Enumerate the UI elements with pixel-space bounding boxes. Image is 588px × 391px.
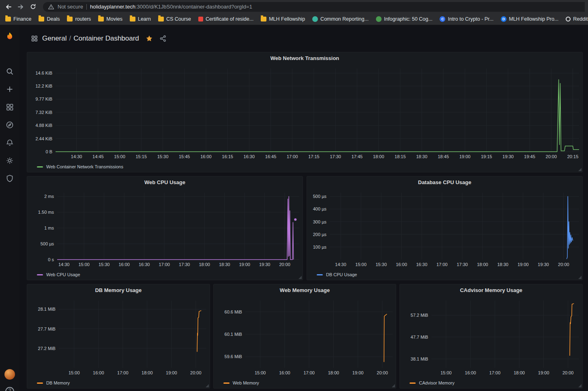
legend-label[interactable]: Web Memory: [233, 380, 259, 385]
url-text: holidayplanner.tech:3000/d/K1JbS0nnk/con…: [90, 4, 252, 10]
legend-label[interactable]: Web CPU Usage: [46, 272, 80, 277]
alerting-icon[interactable]: [0, 134, 19, 152]
panel-resize-handle[interactable]: [206, 384, 209, 387]
back-icon[interactable]: [3, 2, 14, 12]
explore-icon[interactable]: [0, 116, 19, 134]
svg-text:20:00: 20:00: [558, 262, 569, 267]
legend-label[interactable]: Web Container Network Transmissions: [46, 164, 123, 169]
bookmark-item[interactable]: routers: [63, 13, 94, 25]
breadcrumb[interactable]: General/Container Dashboard: [42, 34, 139, 43]
svg-text:19:45: 19:45: [524, 154, 535, 159]
breadcrumb-separator: /: [69, 34, 71, 42]
legend: CAdvisor Memory: [400, 378, 582, 388]
server-admin-shield-icon[interactable]: [0, 170, 19, 187]
panel-title[interactable]: Database CPU Usage: [307, 176, 582, 189]
svg-text:18:00: 18:00: [373, 154, 384, 159]
svg-text:15:00: 15:00: [255, 370, 266, 375]
bookmark-label: Learn: [138, 16, 151, 22]
svg-text:17:15: 17:15: [308, 154, 320, 159]
search-icon[interactable]: [0, 62, 19, 80]
svg-text:0 s: 0 s: [48, 257, 54, 262]
panel-database-cpu-usage: Database CPU Usage 14:3015:0015:3016:001…: [307, 176, 583, 280]
share-icon[interactable]: [159, 35, 167, 42]
legend: DB Memory: [27, 378, 210, 388]
panel-resize-handle[interactable]: [298, 276, 302, 279]
svg-text:500 µs: 500 µs: [313, 194, 327, 199]
user-avatar[interactable]: [4, 369, 15, 380]
dashboard-navbar: General/Container Dashboard: [19, 25, 588, 52]
svg-text:17:30: 17:30: [179, 262, 190, 267]
dashboards-icon[interactable]: [0, 98, 19, 116]
svg-text:57.2 MiB: 57.2 MiB: [411, 313, 428, 318]
bookmark-item[interactable]: Reddit Interv...: [562, 13, 588, 25]
panel-resize-handle[interactable]: [578, 384, 582, 387]
chart-canvas[interactable]: 15:0016:0017:0018:0019:0020:0059.6 MiB60…: [214, 296, 396, 378]
breadcrumb-title[interactable]: Container Dashboard: [73, 34, 139, 42]
legend-label[interactable]: DB CPU Usage: [326, 272, 357, 277]
panel-title[interactable]: Web Network Transmission: [27, 52, 582, 64]
bookmark-item[interactable]: DMLH Fellowship Pro...: [497, 13, 562, 25]
favicon-icon: [566, 17, 571, 21]
reload-icon[interactable]: [28, 2, 38, 12]
forward-icon[interactable]: [15, 2, 26, 12]
configuration-icon[interactable]: [0, 152, 19, 170]
folder-icon: [158, 17, 164, 21]
favicon-icon: [198, 17, 203, 21]
bookmark-item[interactable]: CIntro to Crypto - Pr...: [436, 13, 497, 25]
svg-text:28.1 MiB: 28.1 MiB: [38, 307, 56, 312]
grafana-logo-icon[interactable]: [0, 31, 19, 43]
svg-text:4.88 KiB: 4.88 KiB: [35, 123, 52, 128]
svg-text:16:30: 16:30: [244, 154, 255, 159]
bookmark-item[interactable]: CS Course: [155, 13, 195, 25]
chart-canvas[interactable]: 15:0016:0017:0018:0019:0020:0038.1 MiB47…: [400, 296, 582, 378]
apps-grid-icon[interactable]: [31, 35, 38, 42]
svg-text:400 µs: 400 µs: [313, 206, 327, 211]
url-host: holidayplanner.tech: [90, 4, 135, 10]
svg-text:19:30: 19:30: [502, 154, 514, 159]
chart-canvas[interactable]: 15:0016:0017:0018:0019:0020:0027.2 MiB27…: [27, 296, 210, 378]
svg-text:2 ms: 2 ms: [44, 194, 54, 199]
bookmark-item[interactable]: Learn: [126, 13, 155, 25]
panel-resize-handle[interactable]: [392, 384, 395, 387]
bookmark-item[interactable]: Certificate of reside...: [195, 13, 257, 25]
panel-resize-handle[interactable]: [578, 168, 582, 171]
svg-text:15:00: 15:00: [114, 154, 125, 159]
panel-title[interactable]: Web Memory Usage: [214, 284, 396, 296]
legend-color-swatch: [37, 166, 43, 168]
breadcrumb-section[interactable]: General: [42, 34, 67, 42]
svg-text:19:00: 19:00: [538, 370, 549, 375]
panel-resize-handle[interactable]: [578, 276, 582, 279]
bookmark-label: Reddit Interv...: [573, 16, 588, 22]
legend-label[interactable]: DB Memory: [46, 380, 70, 385]
favicon-icon: [376, 16, 382, 22]
bookmark-item[interactable]: Finance: [2, 13, 35, 25]
svg-text:20:00: 20:00: [279, 262, 290, 267]
svg-text:18:30: 18:30: [497, 262, 509, 267]
svg-text:9.77 KiB: 9.77 KiB: [35, 97, 52, 101]
panel-title[interactable]: DB Memory Usage: [27, 284, 210, 296]
bookmark-item[interactable]: Common Reporting...: [309, 13, 372, 25]
help-icon[interactable]: ?: [5, 387, 14, 391]
svg-text:18:00: 18:00: [477, 262, 488, 267]
address-bar[interactable]: Not secure holidayplanner.tech:3000/d/K1…: [43, 2, 585, 12]
favorite-star-icon[interactable]: [146, 35, 153, 42]
svg-text:15:00: 15:00: [78, 262, 90, 267]
bookmark-item[interactable]: Deals: [35, 13, 63, 25]
bookmark-item[interactable]: MLH Fellowship: [257, 13, 309, 25]
svg-text:15:30: 15:30: [99, 262, 110, 267]
bookmark-item[interactable]: Movies: [94, 13, 126, 25]
svg-text:20:00: 20:00: [377, 370, 388, 375]
chart-canvas[interactable]: 14:3014:4515:0015:1515:3015:4516:0016:15…: [27, 64, 582, 161]
svg-text:12.2 KiB: 12.2 KiB: [35, 84, 52, 88]
grafana-app: ? General/Container Dashboard: [0, 25, 588, 391]
bookmark-label: routers: [75, 16, 91, 22]
panel-title[interactable]: Web CPU Usage: [27, 176, 303, 189]
legend-label[interactable]: CAdvisor Memory: [419, 380, 454, 385]
create-icon[interactable]: [0, 80, 19, 98]
panel-title[interactable]: CAdvisor Memory Usage: [400, 284, 582, 296]
svg-text:15:45: 15:45: [179, 154, 190, 159]
chart-canvas[interactable]: 14:3015:0015:3016:0016:3017:0017:3018:00…: [307, 189, 582, 269]
svg-text:18:00: 18:00: [199, 262, 210, 267]
chart-canvas[interactable]: 14:3015:0015:3016:0016:3017:0017:3018:00…: [27, 189, 303, 269]
bookmark-item[interactable]: Infographic: 50 Cog...: [372, 13, 436, 25]
